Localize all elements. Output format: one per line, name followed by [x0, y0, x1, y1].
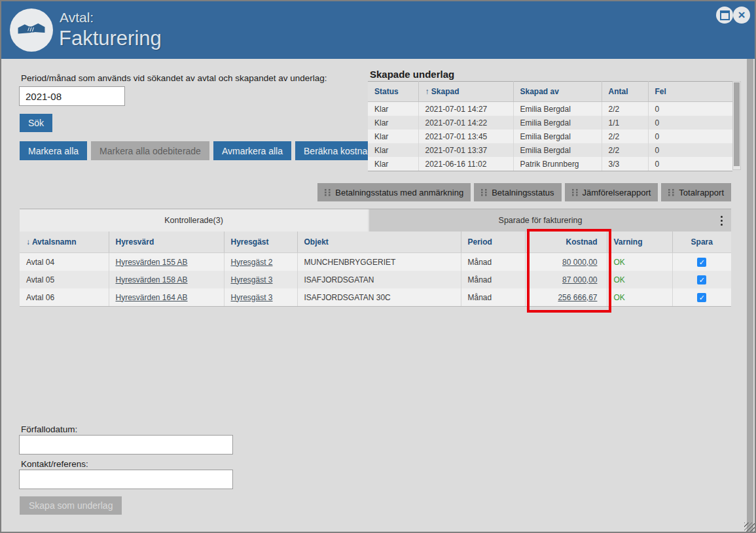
cell-skapad: 2021-06-16 11:02	[418, 157, 513, 171]
contact-reference-label: Kontakt/referens:	[21, 459, 88, 469]
contracts-table-row[interactable]: Avtal 04Hyresvärden 155 ABHyresgäst 2MUN…	[20, 253, 731, 271]
hyresvard-link[interactable]: Hyresvärden 155 AB	[116, 258, 188, 267]
resize-grip[interactable]	[744, 523, 755, 532]
skapade-column-header-skapad-av[interactable]: Skapad av	[513, 82, 602, 102]
cell-period: Månad	[461, 253, 525, 271]
cell-kostnad: 87 000,00	[525, 271, 607, 288]
contracts-column-header-period[interactable]: Period	[461, 232, 525, 253]
skapade-table-scrollbar[interactable]	[732, 81, 741, 170]
contracts-column-header-spara[interactable]: Spara	[672, 232, 731, 253]
cell-fel: 0	[648, 116, 732, 129]
cell-varning: OK	[607, 253, 672, 271]
cell-varning: OK	[607, 288, 672, 307]
hyresgast-link[interactable]: Hyresgäst 2	[231, 258, 273, 267]
report-button-1[interactable]: Betalningsstatus med anmärkning	[317, 183, 471, 201]
period-input[interactable]	[19, 86, 125, 106]
save-checkbox[interactable]: ✓	[697, 275, 706, 284]
handshake-icon	[10, 9, 53, 52]
contracts-table-row[interactable]: Avtal 05Hyresvärden 158 ABHyresgäst 3ISA…	[20, 271, 731, 288]
hyresgast-link[interactable]: Hyresgäst 3	[231, 275, 273, 284]
cell-skapad-av: Emilia Bergdal	[513, 116, 602, 129]
cell-objekt: ISAFJORDSGATAN	[297, 271, 461, 288]
titlebar: Avtal: Fakturering ×	[1, 1, 755, 59]
window-scrollbar[interactable]	[747, 59, 753, 532]
skapade-table-row[interactable]: Klar2021-07-01 14:27Emilia Bergdal2/20	[368, 102, 732, 116]
period-label: Period/månad som används vid sökandet av…	[21, 73, 327, 83]
hyresvard-link[interactable]: Hyresvärden 164 AB	[116, 293, 188, 302]
cell-hyresvard: Hyresvärden 158 AB	[109, 271, 224, 288]
contracts-table-row[interactable]: Avtal 06Hyresvärden 164 ABHyresgäst 3ISA…	[20, 288, 731, 307]
list-dots-icon	[572, 188, 578, 196]
maximize-icon	[720, 10, 730, 20]
deselect-all-button[interactable]: Avmarkera alla	[213, 141, 291, 160]
save-checkbox[interactable]: ✓	[697, 258, 706, 267]
cell-avtalsnamn: Avtal 06	[20, 288, 109, 307]
report-button-2[interactable]: Betalningsstatus	[474, 183, 561, 201]
tab-sparade-for-fakturering[interactable]: Sparade för fakturering	[369, 209, 711, 232]
cell-kostnad: 256 666,67	[525, 288, 607, 307]
save-checkbox[interactable]: ✓	[697, 293, 706, 302]
select-all-button[interactable]: Markera alla	[20, 141, 87, 160]
cell-fel: 0	[648, 102, 732, 116]
cell-skapad-av: Emilia Bergdal	[513, 129, 602, 143]
report-buttons-row: Betalningsstatus med anmärkningBetalning…	[365, 183, 731, 201]
skapade-column-header-skapad[interactable]: ↑ Skapad	[418, 82, 513, 102]
hyresvard-link[interactable]: Hyresvärden 158 AB	[116, 275, 188, 284]
cell-avtalsnamn: Avtal 05	[20, 271, 109, 288]
report-button-label: Betalningsstatus	[492, 188, 554, 198]
cell-period: Månad	[461, 288, 525, 307]
due-date-input[interactable]	[19, 435, 233, 455]
contracts-column-header-varning[interactable]: Varning	[607, 232, 672, 253]
skapade-header-row: Status↑ SkapadSkapad avAntalFel	[368, 82, 732, 102]
due-date-label: Förfallodatum:	[21, 424, 77, 434]
scrollbar-thumb[interactable]	[734, 82, 740, 166]
tab-kontrollerade[interactable]: Kontrollerade(3)	[20, 209, 369, 232]
cell-status: Klar	[368, 157, 418, 171]
skapade-table-row[interactable]: Klar2021-07-01 14:22Emilia Bergdal1/10	[368, 116, 732, 129]
tab-bar: Kontrollerade(3) Sparade för fakturering	[20, 209, 731, 232]
contracts-column-header-hyresgäst[interactable]: Hyresgäst	[224, 232, 297, 253]
list-dots-icon	[668, 188, 674, 196]
report-button-4[interactable]: Totalrapport	[661, 183, 731, 201]
kostnad-link[interactable]: 87 000,00	[562, 275, 597, 284]
list-dots-icon	[481, 188, 487, 196]
cell-skapad: 2021-07-01 13:37	[418, 143, 513, 157]
cell-antal: 1/1	[602, 116, 648, 129]
cell-status: Klar	[368, 129, 418, 143]
cell-antal: 2/2	[602, 102, 648, 116]
kostnad-link[interactable]: 80 000,00	[562, 258, 597, 267]
cell-skapad-av: Emilia Bergdal	[513, 102, 602, 116]
contact-reference-input[interactable]	[19, 470, 233, 489]
kostnad-link[interactable]: 256 666,67	[558, 293, 597, 302]
cell-status: Klar	[368, 116, 418, 129]
maximize-button[interactable]	[716, 7, 733, 24]
contracts-column-header-hyresvärd[interactable]: Hyresvärd	[109, 232, 224, 253]
cell-skapad: 2021-07-01 13:45	[418, 129, 513, 143]
contracts-column-header-objekt[interactable]: Objekt	[297, 232, 461, 253]
cell-hyresgast: Hyresgäst 3	[224, 271, 297, 288]
kebab-menu-icon[interactable]	[711, 209, 731, 232]
hyresgast-link[interactable]: Hyresgäst 3	[231, 293, 273, 302]
cell-antal: 2/2	[602, 129, 648, 143]
cell-hyresvard: Hyresvärden 155 AB	[109, 253, 224, 271]
skapade-column-header-fel[interactable]: Fel	[648, 82, 732, 102]
select-all-unbilled-button[interactable]: Markera alla odebiterade	[91, 141, 209, 160]
contracts-column-header-avtalsnamn[interactable]: ↓ Avtalsnamn	[20, 232, 109, 253]
cell-skapad-av: Emilia Bergdal	[513, 143, 602, 157]
skapade-table-row[interactable]: Klar2021-07-01 13:45Emilia Bergdal2/20	[368, 129, 732, 143]
cell-hyresvard: Hyresvärden 164 AB	[109, 288, 224, 307]
cell-hyresgast: Hyresgäst 2	[224, 253, 297, 271]
close-button[interactable]: ×	[733, 7, 750, 24]
skapade-table-row[interactable]: Klar2021-06-16 11:02Patrik Brunnberg3/30	[368, 157, 732, 171]
skapade-table-row[interactable]: Klar2021-07-01 13:37Emilia Bergdal2/20	[368, 143, 732, 157]
report-button-label: Totalrapport	[679, 188, 724, 198]
skapade-column-header-antal[interactable]: Antal	[602, 82, 648, 102]
skapade-column-header-status[interactable]: Status	[368, 82, 418, 102]
cell-avtalsnamn: Avtal 04	[20, 253, 109, 271]
report-button-label: Betalningsstatus med anmärkning	[335, 188, 463, 198]
cell-skapad-av: Patrik Brunnberg	[513, 157, 602, 171]
report-button-3[interactable]: Jämförelserapport	[565, 183, 658, 201]
search-button[interactable]: Sök	[20, 114, 52, 132]
contracts-column-header-kostnad[interactable]: Kostnad	[525, 232, 607, 253]
create-as-underlag-button[interactable]: Skapa som underlag	[20, 496, 122, 515]
